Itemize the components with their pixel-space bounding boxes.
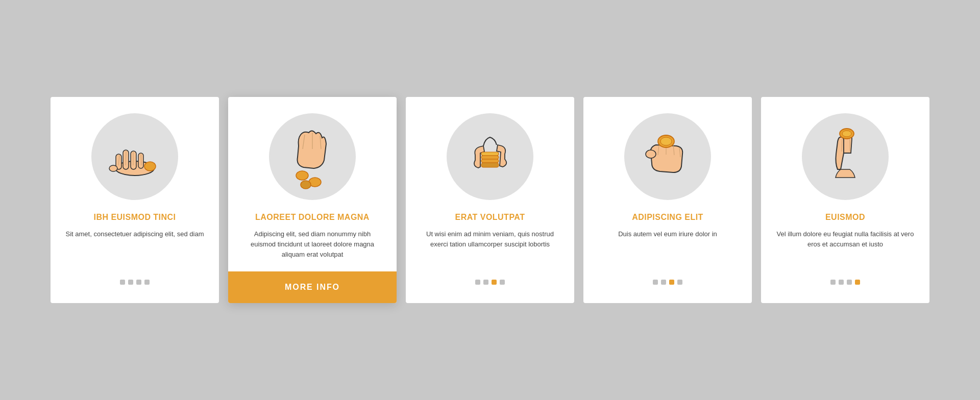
- svg-point-56: [842, 131, 851, 137]
- hand1-icon: [102, 123, 168, 190]
- hand5-icon: [812, 123, 878, 190]
- card-4-title: ADIPISCING ELIT: [632, 212, 703, 223]
- card-1: IBH EUISMOD TINCI Sit amet, consectetuer…: [51, 97, 219, 303]
- dot-active: [669, 280, 674, 285]
- card-1-circle: [91, 113, 178, 200]
- card-1-title: IBH EUISMOD TINCI: [93, 212, 176, 223]
- svg-rect-44: [481, 159, 499, 163]
- svg-point-31: [144, 162, 156, 171]
- dot: [661, 280, 666, 285]
- card-1-dots: [120, 280, 150, 285]
- svg-point-30: [109, 165, 117, 171]
- dot: [839, 280, 844, 285]
- dot: [500, 280, 505, 285]
- card-4-dots: [653, 280, 682, 285]
- card-4: ADIPISCING ELIT Duis autem vel eum iriur…: [583, 97, 752, 303]
- cards-container: IBH EUISMOD TINCI Sit amet, consectetuer…: [20, 77, 960, 323]
- svg-point-41: [301, 181, 311, 189]
- svg-point-52: [660, 137, 672, 145]
- card-2-desc: Adipiscing elit, sed diam nonummy nibh e…: [242, 229, 382, 260]
- dot: [677, 280, 682, 285]
- card-5-circle: [802, 113, 889, 200]
- card-4-desc: Duis autem vel eum iriure dolor in: [618, 229, 717, 268]
- svg-point-39: [296, 171, 308, 180]
- hand3-icon: [457, 123, 523, 190]
- card-3-desc: Ut wisi enim ad minim veniam, quis nostr…: [420, 229, 560, 268]
- card-4-circle: [624, 113, 711, 200]
- card-5-dots: [830, 280, 860, 285]
- dot: [847, 280, 852, 285]
- dot: [144, 280, 150, 285]
- dot-active: [492, 280, 497, 285]
- card-5-title: EUISMOD: [825, 212, 865, 223]
- dot-active: [855, 280, 860, 285]
- card-2: LAOREET DOLORE MAGNA Adipiscing elit, se…: [228, 97, 397, 303]
- card-3: ERAT VOLUTPAT Ut wisi enim ad minim veni…: [406, 97, 574, 303]
- dot: [830, 280, 836, 285]
- dot: [136, 280, 141, 285]
- dot: [120, 280, 125, 285]
- card-3-title: ERAT VOLUTPAT: [455, 212, 525, 223]
- hand4-icon: [634, 123, 701, 190]
- card-1-desc: Sit amet, consectetuer adipiscing elit, …: [66, 229, 204, 268]
- dot: [653, 280, 658, 285]
- card-5-desc: Vel illum dolore eu feugiat nulla facili…: [775, 229, 915, 268]
- card-3-dots: [475, 280, 505, 285]
- svg-rect-45: [481, 163, 499, 167]
- dot: [128, 280, 133, 285]
- hand2-icon: [279, 123, 346, 190]
- card-3-circle: [447, 113, 533, 200]
- card-5: EUISMOD Vel illum dolore eu feugiat null…: [761, 97, 929, 303]
- svg-rect-42: [481, 152, 499, 156]
- card-2-title: LAOREET DOLORE MAGNA: [255, 212, 370, 223]
- svg-point-50: [646, 150, 656, 158]
- svg-rect-43: [481, 156, 499, 159]
- more-info-button[interactable]: MORE INFO: [228, 271, 397, 303]
- dot: [483, 280, 488, 285]
- dot: [475, 280, 480, 285]
- card-2-circle: [269, 113, 356, 200]
